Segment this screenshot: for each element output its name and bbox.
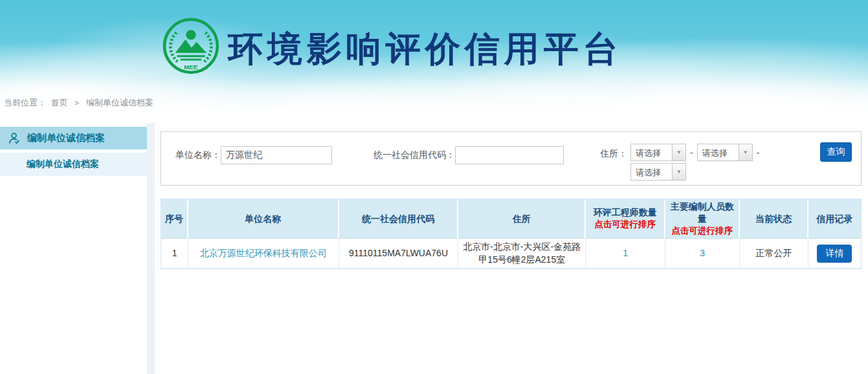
- breadcrumb-current: 编制单位诚信档案: [86, 98, 153, 107]
- cell-status: 正常公开: [740, 239, 808, 269]
- col-header-staff-count[interactable]: 主要编制人员数量 点击可进行排序: [665, 199, 740, 239]
- col-header-unit-name: 单位名称: [188, 199, 339, 239]
- page-title: 环境影响评价信用平台: [228, 26, 623, 73]
- unit-name-label: 单位名称：: [175, 149, 221, 161]
- col-header-address: 住所: [458, 199, 586, 239]
- cell-credit-code: 91110115MA7LWUA76U: [339, 239, 459, 269]
- sidebar-item-archives[interactable]: 编制单位诚信档案: [0, 153, 147, 176]
- breadcrumb-home-link[interactable]: 首页: [51, 98, 68, 107]
- col-header-engineer-count[interactable]: 环评工程师数量 点击可进行排序: [586, 199, 665, 239]
- search-panel: 单位名称： 统一社会信用代码： 住所： 请选择 ▼ - 请选择 ▼: [161, 131, 862, 186]
- chevron-down-icon: ▼: [739, 144, 752, 160]
- main-area: 编制单位诚信档案 编制单位诚信档案 单位名称： 统一社会信用代码： 住所： 请选…: [0, 115, 868, 374]
- col-header-credit-record: 信用记录: [808, 199, 861, 239]
- breadcrumb-separator: ＞: [72, 98, 81, 107]
- credit-code-input[interactable]: [455, 146, 564, 164]
- breadcrumb: 当前位置： 首页 ＞ 编制单位诚信档案: [4, 97, 156, 109]
- engineer-count-link[interactable]: 1: [623, 248, 628, 258]
- sidebar-group-archives[interactable]: 编制单位诚信档案: [0, 127, 147, 149]
- sort-hint: 点击可进行排序: [588, 219, 662, 230]
- address-label: 住所：: [600, 148, 627, 160]
- breadcrumb-label: 当前位置：: [4, 98, 46, 107]
- header-banner: MEE 环境影响评价信用平台 当前位置： 首页 ＞ 编制单位诚信档案: [0, 0, 868, 115]
- sidebar-item-label: 编制单位诚信档案: [27, 159, 99, 170]
- address-dash: -: [690, 148, 693, 158]
- mee-logo-icon: MEE: [162, 17, 220, 75]
- col-header-index: 序号: [161, 199, 188, 239]
- svg-text:MEE: MEE: [184, 63, 198, 71]
- table-row: 1 北京万源世纪环保科技有限公司 91110115MA7LWUA76U 北京市-…: [161, 239, 861, 269]
- col-header-status: 当前状态: [740, 199, 808, 239]
- cell-address: 北京市-北京市-大兴区-金苑路甲15号6幢2层A215室: [458, 239, 586, 269]
- detail-button[interactable]: 详情: [817, 245, 852, 263]
- sort-hint: 点击可进行排序: [668, 225, 736, 237]
- sidebar-group-label: 编制单位诚信档案: [27, 132, 105, 144]
- address-dash: -: [757, 148, 760, 158]
- chevron-down-icon: ▼: [672, 164, 685, 180]
- chevron-down-icon: ▼: [672, 144, 685, 160]
- query-button[interactable]: 查询: [820, 142, 852, 162]
- city-select[interactable]: 请选择 ▼: [697, 144, 753, 161]
- province-select[interactable]: 请选择 ▼: [630, 144, 686, 161]
- sidebar-divider: [147, 123, 155, 374]
- district-select[interactable]: 请选择 ▼: [630, 163, 686, 181]
- table-header-row: 序号 单位名称 统一社会信用代码 住所 环评工程师数量 点击可进行排序 主要编制…: [161, 199, 861, 239]
- user-check-icon: [8, 131, 21, 145]
- cell-index: 1: [161, 239, 188, 269]
- col-header-credit-code: 统一社会信用代码: [339, 199, 459, 239]
- credit-code-label: 统一社会信用代码：: [373, 149, 455, 161]
- results-table: 序号 单位名称 统一社会信用代码 住所 环评工程师数量 点击可进行排序 主要编制…: [161, 199, 862, 269]
- unit-name-link[interactable]: 北京万源世纪环保科技有限公司: [200, 248, 327, 258]
- unit-name-input[interactable]: [221, 146, 332, 164]
- staff-count-link[interactable]: 3: [700, 248, 705, 258]
